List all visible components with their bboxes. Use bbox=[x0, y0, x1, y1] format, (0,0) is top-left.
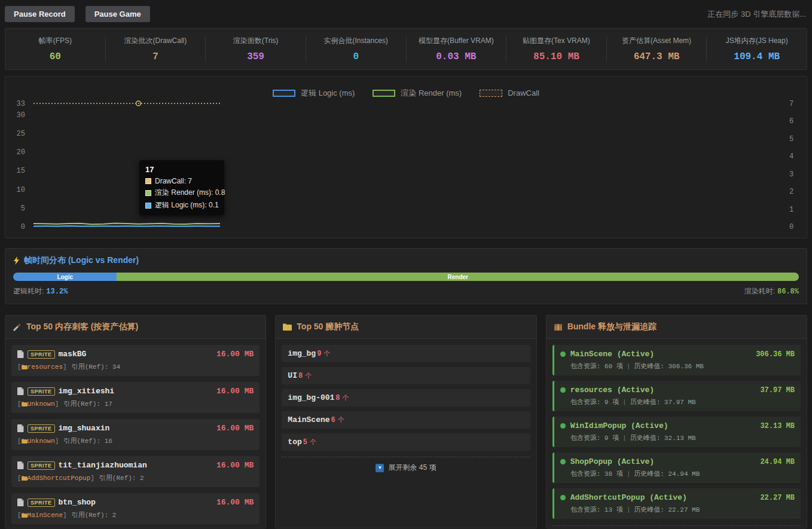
frame-timing-chart[interactable]: 3330252015105076543210 bbox=[10, 99, 802, 238]
stat-drawcall: 渲染批次(DrawCall) 7 bbox=[106, 36, 206, 62]
render-bar-segment: Render bbox=[117, 273, 799, 281]
stat-value: 85.10 MB bbox=[506, 51, 606, 62]
logic-render-bar: Logic Render bbox=[13, 273, 799, 281]
node-unit: 个 bbox=[305, 371, 312, 380]
node-unit: 个 bbox=[338, 415, 344, 424]
svg-text:4: 4 bbox=[789, 152, 793, 161]
bundle-ref: Unknown bbox=[17, 438, 59, 445]
bundle-name: ShopPopup (Active) bbox=[570, 457, 654, 466]
stat-value: 0.03 MB bbox=[407, 51, 506, 62]
stat-label: 资产估算(Asset Mem) bbox=[607, 36, 707, 46]
nodes-panel-title: Top 50 臃肿节点 bbox=[297, 322, 359, 332]
ref-count: 引用(Ref): 17 bbox=[63, 399, 112, 408]
performance-chart-panel[interactable]: 逻辑 Logic (ms) 渲染 Render (ms) DrawCall 33… bbox=[5, 76, 807, 238]
frame-time-title-row: 帧时间分布 (Logic vs Render) bbox=[13, 255, 799, 266]
stat-label: 渲染面数(Tris) bbox=[206, 36, 306, 46]
separator: | bbox=[622, 435, 627, 442]
active-status-dot bbox=[560, 351, 566, 357]
bundle-panel-title: Bundle 释放与泄漏追踪 bbox=[567, 322, 657, 332]
memory-item: SPRITE maskBG 16.00 MB resources 引用(Ref)… bbox=[11, 345, 260, 376]
separator: | bbox=[627, 470, 631, 478]
stat-label: 模型显存(Buffer VRAM) bbox=[407, 36, 506, 46]
nodes-expand-button[interactable]: ▼ 展开剩余 45 项 bbox=[282, 457, 530, 475]
frame-time-title: 帧时间分布 (Logic vs Render) bbox=[24, 255, 139, 266]
pause-game-button[interactable]: Pause Game bbox=[86, 6, 150, 22]
frame-time-captions: 逻辑耗时:13.2% 渲染耗时:86.8% bbox=[13, 286, 799, 296]
stat-value: 0 bbox=[306, 51, 406, 62]
bundle-ref: MainScene bbox=[17, 512, 67, 519]
sync-status-text: 正在同步 3D 引擎底层数据... bbox=[707, 9, 806, 20]
folder-icon bbox=[22, 402, 28, 406]
ref-count: 引用(Ref): 34 bbox=[72, 362, 120, 371]
stat-tex-vram: 贴图显存(Tex VRAM) 85.10 MB bbox=[506, 36, 607, 62]
bundle-resource-count: 包含资源: 38 项 bbox=[570, 470, 623, 478]
node-name: top bbox=[288, 438, 301, 447]
bundle-panel-header: Bundle 释放与泄漏追踪 bbox=[547, 316, 807, 339]
legend-label: 渲染 Render (ms) bbox=[401, 88, 462, 99]
memory-assassins-panel: Top 50 内存刺客 (按资产估算) SPRITE maskBG 16.00 … bbox=[5, 315, 266, 528]
svg-text:1: 1 bbox=[789, 206, 793, 214]
asset-type-badge: SPRITE bbox=[28, 461, 55, 470]
memory-item: SPRITE btn_shop 16.00 MB MainScene 引用(Re… bbox=[11, 493, 260, 524]
node-unit: 个 bbox=[323, 349, 330, 358]
stat-value: 359 bbox=[206, 51, 306, 62]
asset-type-badge: SPRITE bbox=[28, 387, 55, 396]
tooltip-text: 渲染 Render (ms): 0.8 bbox=[155, 188, 225, 198]
active-status-dot bbox=[560, 495, 566, 500]
tooltip-row-logic: 逻辑 Logic (ms): 0.1 bbox=[145, 200, 218, 210]
bundle-detail: 包含资源: 60 项|历史峰值: 306.36 MB bbox=[560, 362, 795, 371]
asset-name: img_shuaxin bbox=[59, 424, 110, 433]
bundle-expand-button[interactable]: ▼ 展开剩余 48 项 bbox=[552, 525, 801, 528]
bloated-nodes-panel: Top 50 臃肿节点 img_bg 9 个 UI 8 个 img_bg-001… bbox=[275, 315, 536, 528]
svg-text:33: 33 bbox=[17, 100, 25, 108]
file-icon bbox=[17, 350, 24, 358]
node-count: 9 bbox=[317, 350, 321, 358]
svg-text:0: 0 bbox=[21, 223, 25, 231]
bundle-item: ShopPopup (Active) 24.94 MB 包含资源: 38 项|历… bbox=[552, 452, 801, 483]
logic-caption: 逻辑耗时:13.2% bbox=[13, 286, 68, 296]
bottom-columns: Top 50 内存刺客 (按资产估算) SPRITE maskBG 16.00 … bbox=[5, 315, 807, 528]
node-item: UI 8 个 bbox=[282, 367, 530, 384]
memory-item: SPRITE img_xitieshi 16.00 MB Unknown 引用(… bbox=[11, 382, 260, 413]
svg-text:2: 2 bbox=[789, 188, 793, 196]
memory-panel-title: Top 50 内存刺客 (按资产估算) bbox=[26, 322, 138, 332]
render-swatch-icon bbox=[145, 190, 151, 196]
bundle-peak: 历史峰值: 22.27 MB bbox=[634, 506, 700, 513]
legend-item-render[interactable]: 渲染 Render (ms) bbox=[373, 88, 462, 99]
logic-caption-label: 逻辑耗时: bbox=[13, 287, 44, 295]
svg-text:5: 5 bbox=[21, 204, 25, 213]
asset-type-badge: SPRITE bbox=[28, 424, 55, 433]
pause-record-button[interactable]: Pause Record bbox=[5, 6, 75, 22]
drawcall-series-swatch bbox=[480, 90, 502, 97]
bundle-name: AddShortcutPopup bbox=[28, 475, 91, 482]
bundle-ref: AddShortcutPopup bbox=[17, 475, 94, 482]
bundle-size: 37.97 MB bbox=[760, 386, 795, 395]
svg-text:7: 7 bbox=[789, 100, 793, 108]
bundle-peak: 历史峰值: 37.97 MB bbox=[630, 399, 696, 406]
asset-name: tit_tianjiazhuomian bbox=[59, 461, 147, 470]
bundle-peak: 历史峰值: 32.13 MB bbox=[630, 435, 696, 442]
separator: | bbox=[627, 363, 631, 370]
node-item: MainScene 6 个 bbox=[282, 411, 530, 429]
node-count: 5 bbox=[303, 438, 307, 447]
stat-value: 109.4 MB bbox=[707, 51, 807, 62]
svg-text:15: 15 bbox=[17, 167, 25, 175]
memory-panel-body: SPRITE maskBG 16.00 MB resources 引用(Ref)… bbox=[5, 339, 265, 528]
memory-panel-header: Top 50 内存刺客 (按资产估算) bbox=[5, 316, 265, 339]
bundle-peak: 历史峰值: 24.94 MB bbox=[634, 470, 700, 478]
bundle-detail: 包含资源: 9 项|历史峰值: 37.97 MB bbox=[560, 397, 795, 406]
stat-value: 60 bbox=[5, 51, 105, 62]
stat-asset-mem: 资产估算(Asset Mem) 647.3 MB bbox=[607, 36, 707, 62]
svg-text:10: 10 bbox=[17, 186, 25, 194]
tooltip-text: DrawCall: 7 bbox=[155, 177, 192, 185]
legend-item-logic[interactable]: 逻辑 Logic (ms) bbox=[273, 88, 355, 99]
active-status-dot bbox=[560, 387, 566, 393]
asset-name: img_xitieshi bbox=[59, 387, 115, 396]
nodes-panel-body: img_bg 9 个 UI 8 个 img_bg-001 8 个 MainSce… bbox=[276, 339, 536, 528]
dagger-icon bbox=[13, 323, 22, 332]
node-name: MainScene bbox=[288, 415, 329, 424]
node-unit: 个 bbox=[343, 393, 349, 402]
legend-item-drawcall[interactable]: DrawCall bbox=[480, 88, 539, 97]
node-item: img_bg 9 个 bbox=[282, 345, 530, 362]
chart-legend: 逻辑 Logic (ms) 渲染 Render (ms) DrawCall bbox=[5, 77, 807, 99]
